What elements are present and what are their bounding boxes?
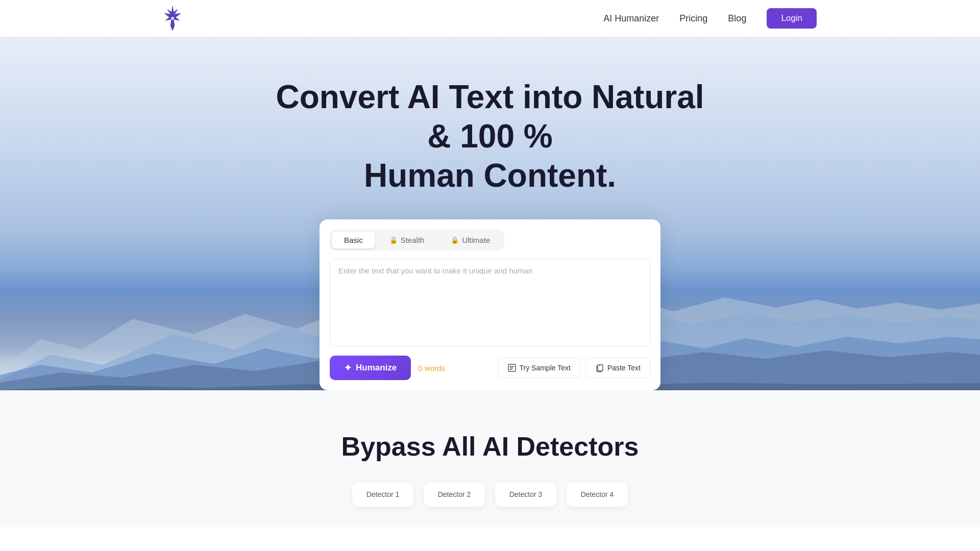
hero-content: Convert AI Text into Natural & 100 % Hum… xyxy=(0,78,980,390)
humanizer-card: Basic 🔒 Stealth 🔒 Ultimate ✦ Humanize xyxy=(320,219,660,390)
bottom-left: ✦ Humanize 0 words xyxy=(330,356,445,380)
nav-ai-humanizer[interactable]: AI Humanizer xyxy=(603,13,659,24)
logo[interactable] xyxy=(163,5,182,32)
detector-card-2: Detector 2 xyxy=(424,482,485,507)
detector-card-3: Detector 3 xyxy=(495,482,556,507)
svg-point-0 xyxy=(171,17,174,20)
sample-text-icon xyxy=(507,363,517,372)
sparkle-icon: ✦ xyxy=(344,362,352,373)
navbar: AI Humanizer Pricing Blog Login xyxy=(0,0,980,37)
bypass-section: Bypass All AI Detectors Detector 1 Detec… xyxy=(0,390,980,527)
bypass-title: Bypass All AI Detectors xyxy=(341,431,639,462)
logo-icon xyxy=(163,5,182,32)
detector-cards-row: Detector 1 Detector 2 Detector 3 Detecto… xyxy=(352,482,628,507)
hero-section: Convert AI Text into Natural & 100 % Hum… xyxy=(0,37,980,390)
try-sample-button[interactable]: Try Sample Text xyxy=(498,358,580,378)
nav-blog[interactable]: Blog xyxy=(728,13,746,24)
paste-icon xyxy=(595,363,604,372)
nav-links: AI Humanizer Pricing Blog Login xyxy=(603,8,817,29)
mode-tabs: Basic 🔒 Stealth 🔒 Ultimate xyxy=(330,230,504,251)
login-button[interactable]: Login xyxy=(767,8,817,29)
bottom-right: Try Sample Text Paste Text xyxy=(498,358,651,378)
word-count-display: 0 words xyxy=(418,364,445,372)
paste-text-button[interactable]: Paste Text xyxy=(585,358,650,378)
detector-card-4: Detector 4 xyxy=(567,482,628,507)
tab-basic[interactable]: Basic xyxy=(332,232,375,248)
tab-stealth[interactable]: 🔒 Stealth xyxy=(377,232,437,248)
card-bottom-row: ✦ Humanize 0 words Try Sample Text xyxy=(330,356,650,380)
text-input[interactable] xyxy=(330,259,650,346)
ultimate-lock-icon: 🔒 xyxy=(451,236,459,244)
stealth-lock-icon: 🔒 xyxy=(389,236,398,244)
tab-ultimate[interactable]: 🔒 Ultimate xyxy=(438,232,502,248)
humanize-button[interactable]: ✦ Humanize xyxy=(330,356,411,380)
nav-pricing[interactable]: Pricing xyxy=(679,13,707,24)
hero-title: Convert AI Text into Natural & 100 % Hum… xyxy=(260,78,720,195)
detector-card-1: Detector 1 xyxy=(352,482,413,507)
